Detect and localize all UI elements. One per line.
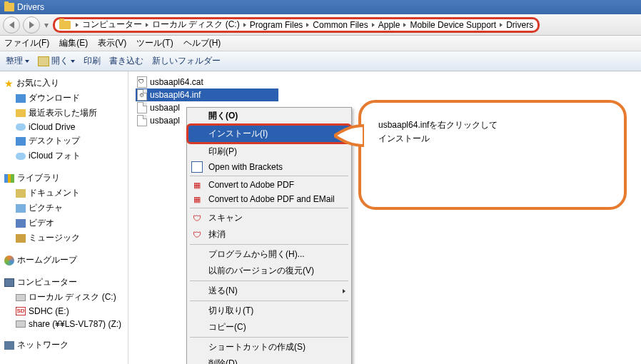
ctx-restore[interactable]: 以前のバージョンの復元(V)	[187, 263, 351, 279]
inf-file-icon	[137, 89, 147, 101]
homegroup-icon	[4, 256, 14, 266]
ctx-install[interactable]: インストール(I)	[186, 123, 352, 144]
sidebar-item-downloads[interactable]: ダウンロード	[3, 91, 125, 106]
sidebar-favorites[interactable]: ★お気に入り	[3, 76, 125, 91]
separator	[190, 337, 348, 338]
sidebar-item-recent[interactable]: 最近表示した場所	[3, 106, 125, 121]
newfolder-button[interactable]: 新しいフォルダー	[152, 55, 221, 67]
music-icon	[16, 234, 26, 243]
pdf-icon: ▦	[191, 179, 203, 191]
write-button[interactable]: 書き込む	[109, 55, 143, 67]
netdrive-icon	[16, 320, 26, 328]
folder-icon	[4, 3, 14, 11]
sidebar-item-music[interactable]: ミュージック	[3, 231, 125, 246]
sidebar-item-drive-c[interactable]: ローカル ディスク (C:)	[3, 290, 125, 305]
toolbar: 整理 開く 印刷 書き込む 新しいフォルダー	[0, 51, 641, 71]
sidebar-item-desktop[interactable]: デスクトップ	[3, 133, 125, 148]
video-icon	[16, 219, 26, 228]
sidebar: ★お気に入り ダウンロード 最近表示した場所 iCloud Drive デスクト…	[0, 71, 128, 364]
sidebar-item-icloud[interactable]: iCloud Drive	[3, 121, 125, 133]
brackets-icon	[191, 161, 203, 173]
document-icon	[16, 189, 26, 198]
ctx-openwith[interactable]: プログラムから開く(H)...	[187, 246, 351, 263]
breadcrumb-item[interactable]: Apple	[378, 20, 400, 30]
drive-icon	[16, 294, 26, 301]
ctx-sendto[interactable]: 送る(N)	[187, 283, 351, 299]
picture-icon	[16, 204, 26, 213]
separator	[190, 244, 348, 245]
desktop-icon	[16, 137, 26, 146]
separator	[190, 280, 348, 281]
sidebar-computer[interactable]: コンピューター	[3, 275, 125, 290]
sidebar-item-videos[interactable]: ビデオ	[3, 216, 125, 231]
ctx-pdf[interactable]: ▦Convert to Adobe PDF	[187, 178, 351, 192]
ctx-brackets[interactable]: Open with Brackets	[187, 160, 351, 174]
file-item[interactable]: usbaapl64.cat	[136, 76, 278, 89]
file-item-selected[interactable]: usbaapl64.inf	[136, 89, 278, 101]
download-icon	[16, 94, 26, 103]
breadcrumb-item[interactable]: Drivers	[506, 20, 533, 30]
breadcrumb-item[interactable]: Mobile Device Support	[410, 20, 496, 30]
callout-line1: usbaapl64.infを右クリックして	[378, 118, 607, 132]
nav-bar: ▾ コンピューター ローカル ディスク (C:) Program Files C…	[0, 14, 641, 36]
folder-icon	[59, 21, 71, 29]
sidebar-item-icloudphoto[interactable]: iCloud フォト	[3, 148, 125, 163]
sidebar-item-documents[interactable]: ドキュメント	[3, 186, 125, 201]
ctx-pdf-email[interactable]: ▦Convert to Adobe PDF and EMail	[187, 192, 351, 206]
sidebar-network[interactable]: ネットワーク	[3, 338, 125, 353]
sidebar-item-share[interactable]: share (¥¥LS-VL787) (Z:)	[3, 318, 125, 330]
pdf-icon: ▦	[191, 193, 203, 205]
chevron-right-icon	[343, 289, 345, 293]
callout-tail-icon	[334, 123, 364, 148]
sidebar-item-pictures[interactable]: ピクチャ	[3, 201, 125, 216]
open-button[interactable]: 開く	[38, 55, 75, 67]
back-button[interactable]	[3, 16, 20, 34]
print-button[interactable]: 印刷	[84, 55, 101, 67]
shield-icon: 🛡	[191, 213, 203, 224]
organize-button[interactable]: 整理	[6, 55, 29, 67]
file-icon	[137, 102, 147, 113]
context-menu: 開く(O) インストール(I) 印刷(P) Open with Brackets…	[186, 107, 352, 364]
breadcrumb-item[interactable]: ローカル ディスク (C:)	[152, 19, 240, 31]
ctx-print[interactable]: 印刷(P)	[187, 143, 351, 160]
menu-help[interactable]: ヘルプ(H)	[183, 37, 221, 49]
callout-line2: インストール	[378, 132, 607, 146]
star-icon: ★	[4, 78, 14, 89]
ctx-erase[interactable]: 🛡抹消	[187, 226, 351, 243]
sidebar-homegroup[interactable]: ホームグループ	[3, 253, 125, 268]
history-dropdown[interactable]: ▾	[43, 16, 50, 34]
ctx-open[interactable]: 開く(O)	[187, 108, 351, 124]
separator	[190, 208, 348, 208]
folder-icon	[16, 109, 26, 117]
menu-edit[interactable]: 編集(E)	[59, 37, 88, 49]
breadcrumb-item[interactable]: コンピューター	[82, 19, 142, 31]
ctx-scan[interactable]: 🛡スキャン	[187, 210, 351, 226]
ctx-delete[interactable]: 削除(D)	[187, 355, 351, 364]
sidebar-item-sdhc[interactable]: SDSDHC (E:)	[3, 305, 125, 318]
arrow-right-icon	[29, 21, 34, 29]
separator	[190, 300, 348, 301]
file-icon	[137, 115, 147, 126]
arrow-left-icon	[9, 21, 14, 29]
breadcrumb: コンピューター ローカル ディスク (C:) Program Files Com…	[53, 17, 540, 33]
menu-bar: ファイル(F) 編集(E) 表示(V) ツール(T) ヘルプ(H)	[0, 36, 641, 51]
cloud-icon	[16, 153, 26, 160]
sidebar-libraries[interactable]: ライブラリ	[3, 171, 125, 186]
cat-file-icon	[137, 76, 147, 88]
forward-button[interactable]	[23, 16, 40, 34]
network-icon	[4, 341, 14, 350]
library-icon	[4, 174, 14, 183]
annotation-callout: usbaapl64.infを右クリックして インストール	[358, 100, 627, 210]
menu-tools[interactable]: ツール(T)	[136, 37, 173, 49]
menu-file[interactable]: ファイル(F)	[4, 37, 49, 49]
menu-view[interactable]: 表示(V)	[98, 37, 126, 49]
folder-icon	[38, 56, 49, 66]
ctx-cut[interactable]: 切り取り(T)	[187, 303, 351, 319]
ctx-shortcut[interactable]: ショートカットの作成(S)	[187, 339, 351, 355]
titlebar: Drivers	[0, 0, 641, 14]
breadcrumb-item[interactable]: Program Files	[250, 20, 303, 30]
breadcrumb-item[interactable]: Common Files	[313, 20, 368, 30]
window-title: Drivers	[17, 2, 44, 12]
separator	[190, 176, 348, 176]
ctx-copy[interactable]: コピー(C)	[187, 319, 351, 335]
